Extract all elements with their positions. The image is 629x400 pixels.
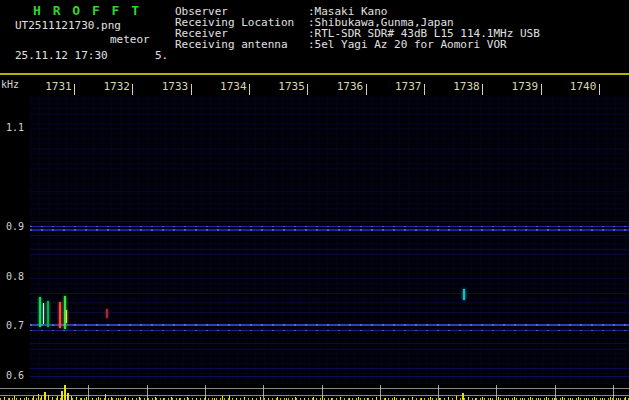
time-tick-label: 1738 (453, 81, 480, 92)
time-tick-label: 1731 (45, 81, 72, 92)
minute-gridline (613, 385, 614, 400)
minute-gridline (322, 385, 323, 400)
level-spike (33, 396, 34, 400)
time-tick-mark (541, 84, 542, 95)
time-tick-mark (307, 84, 308, 95)
noise-band (30, 343, 629, 344)
level-spike (44, 392, 46, 400)
level-spike (71, 396, 72, 400)
level-spike (229, 395, 230, 400)
meteor-echo-streak (106, 309, 108, 318)
freq-tick-label: 0.7 (6, 321, 24, 331)
level-grid-hline (0, 388, 629, 389)
minute-gridline (496, 385, 497, 400)
noise-band (30, 293, 629, 294)
minute-gridline (88, 385, 89, 400)
level-spike (222, 396, 223, 400)
time-tick-mark (366, 84, 367, 95)
minute-gridline (438, 385, 439, 400)
noise-band (30, 368, 629, 369)
observation-mode-label: meteor (110, 34, 150, 45)
noise-band (30, 278, 629, 279)
time-tick-label: 1737 (395, 81, 422, 92)
level-spike (322, 396, 323, 400)
noise-band (30, 114, 629, 115)
freq-tick-label: 0.9 (6, 222, 24, 232)
time-tick-mark (249, 84, 250, 95)
noise-band (30, 235, 629, 236)
noise-band (30, 312, 629, 313)
time-tick-label: 1735 (278, 81, 305, 92)
noise-band (30, 249, 629, 250)
noise-band (30, 302, 629, 303)
meteor-echo-streak (59, 302, 61, 328)
info-label: Receiving antenna (175, 39, 288, 50)
noise-band (30, 149, 629, 150)
output-filename: UT2511121730.png (15, 20, 121, 31)
meteor-echo-streak (66, 310, 67, 323)
level-grid-hline (0, 395, 629, 396)
level-spike (61, 391, 63, 400)
separator-line (0, 73, 629, 75)
station-info-block: Observer:Masaki KanoReceiving Location:S… (175, 6, 625, 56)
freq-tick-label: 0.8 (6, 272, 24, 282)
level-spike (105, 394, 106, 400)
freq-tick-label: 1.1 (6, 123, 24, 133)
noise-band (30, 229, 629, 231)
info-value: :5el Yagi Az 20 for Aomori VOR (308, 39, 507, 50)
count-label: 5. (155, 50, 168, 61)
time-tick-mark (482, 84, 483, 95)
minute-gridline (205, 385, 206, 400)
meteor-echo-streak (463, 289, 465, 300)
spectrogram (30, 96, 629, 384)
level-spike (64, 385, 66, 400)
level-spike (57, 396, 58, 400)
freq-tick-label: 0.6 (6, 371, 24, 381)
level-spike (462, 393, 464, 400)
time-tick-mark (191, 84, 192, 95)
meteor-echo-streak (47, 301, 49, 327)
time-tick-label: 1734 (220, 81, 247, 92)
time-tick-label: 1733 (162, 81, 189, 92)
minute-gridline (555, 385, 556, 400)
level-spike (14, 396, 15, 400)
signal-level-strip (0, 385, 629, 400)
time-tick-mark (599, 84, 600, 95)
level-spike (67, 393, 69, 400)
noise-band (30, 330, 629, 331)
meteor-echo-streak (43, 303, 44, 324)
time-tick-label: 1732 (103, 81, 130, 92)
time-tick-label: 1736 (337, 81, 364, 92)
time-tick-mark (132, 84, 133, 95)
meteor-echo-streak (39, 297, 41, 327)
hrofft-window: H R O F F T UT2511121730.png meteor 25.1… (0, 0, 629, 400)
level-spike (38, 394, 39, 400)
time-tick-label: 1739 (512, 81, 539, 92)
noise-band (30, 221, 629, 222)
level-spike (41, 396, 42, 400)
time-tick-label: 1740 (570, 81, 597, 92)
app-title: H R O F F T (33, 5, 141, 16)
minute-gridline (263, 385, 264, 400)
noise-band (30, 324, 629, 326)
noise-band (30, 226, 629, 227)
freq-axis: 1.10.90.80.70.6 (0, 0, 30, 400)
time-axis: 1731173217331734173517361737173817391740 (0, 81, 629, 96)
level-spike (48, 395, 49, 400)
time-tick-mark (74, 84, 75, 95)
time-tick-mark (424, 84, 425, 95)
minute-gridline (147, 385, 148, 400)
noise-band (30, 349, 629, 350)
noise-band (30, 376, 629, 377)
minute-gridline (380, 385, 381, 400)
noise-band (30, 254, 629, 255)
level-spike (456, 396, 457, 400)
noise-band (30, 191, 629, 192)
